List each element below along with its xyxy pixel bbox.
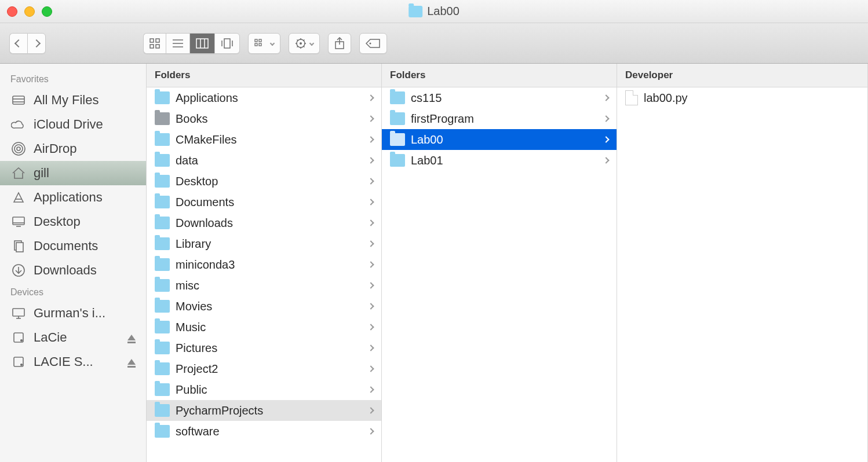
eject-icon[interactable] bbox=[127, 335, 136, 340]
sidebar-item-label: Gurman's i... bbox=[34, 306, 105, 321]
folder-row-books[interactable]: Books bbox=[147, 108, 381, 129]
view-list-button[interactable] bbox=[166, 33, 189, 54]
sidebar-item-gurman-s-i-[interactable]: Gurman's i... bbox=[0, 301, 146, 325]
folder-row-pycharmprojects[interactable]: PycharmProjects bbox=[147, 400, 381, 421]
chevron-right-icon bbox=[603, 157, 609, 163]
chevron-left-icon bbox=[14, 39, 23, 47]
folder-icon bbox=[155, 91, 170, 104]
folder-icon bbox=[155, 279, 170, 292]
disk-icon bbox=[10, 331, 27, 344]
svg-rect-15 bbox=[255, 43, 257, 46]
folder-row-movies[interactable]: Movies bbox=[147, 296, 381, 317]
column-header: Developer bbox=[617, 64, 867, 87]
chevron-right-icon bbox=[367, 344, 374, 351]
folder-row-misc[interactable]: misc bbox=[147, 275, 381, 296]
folder-row-music[interactable]: Music bbox=[147, 317, 381, 338]
svg-rect-13 bbox=[255, 39, 257, 42]
folder-icon bbox=[155, 112, 170, 125]
row-label: Project2 bbox=[176, 362, 218, 376]
share-button[interactable] bbox=[328, 33, 351, 54]
close-window-button[interactable] bbox=[7, 6, 17, 17]
folder-row-cs115[interactable]: cs115 bbox=[382, 87, 617, 108]
sidebar-item-documents[interactable]: Documents bbox=[0, 234, 146, 258]
chevron-right-icon bbox=[367, 428, 374, 434]
cloud-icon bbox=[10, 118, 27, 131]
tags-button[interactable] bbox=[359, 33, 387, 54]
folder-icon bbox=[155, 258, 170, 271]
folder-row-software[interactable]: software bbox=[147, 421, 381, 442]
sidebar-item-desktop[interactable]: Desktop bbox=[0, 210, 146, 234]
row-label: PycharmProjects bbox=[176, 404, 263, 417]
folder-row-data[interactable]: data bbox=[147, 150, 381, 171]
folder-icon bbox=[155, 425, 170, 438]
view-icon-button[interactable] bbox=[143, 33, 166, 54]
applications-icon bbox=[10, 190, 27, 204]
folder-icon bbox=[390, 91, 405, 104]
folder-row-lab01[interactable]: Lab01 bbox=[382, 150, 617, 171]
nav-buttons bbox=[9, 33, 46, 54]
folder-icon bbox=[390, 112, 405, 125]
home-icon bbox=[10, 166, 27, 180]
folder-row-pictures[interactable]: Pictures bbox=[147, 338, 381, 358]
sidebar-item-lacie[interactable]: LaCie bbox=[0, 325, 146, 350]
folder-icon bbox=[155, 383, 170, 396]
folder-row-downloads[interactable]: Downloads bbox=[147, 212, 381, 233]
folder-row-public[interactable]: Public bbox=[147, 379, 381, 400]
svg-rect-14 bbox=[259, 39, 261, 42]
forward-button[interactable] bbox=[27, 33, 46, 54]
svg-point-50 bbox=[21, 364, 23, 366]
chevron-right-icon bbox=[367, 178, 374, 184]
column-1: Folders ApplicationsBooksCMakeFilesdataD… bbox=[147, 64, 382, 462]
sidebar-item-lacie-s-[interactable]: LACIE S... bbox=[0, 350, 146, 374]
folder-icon bbox=[155, 321, 170, 333]
folder-row-documents[interactable]: Documents bbox=[147, 192, 381, 212]
sidebar-heading: Devices bbox=[0, 283, 146, 301]
svg-line-24 bbox=[304, 46, 305, 47]
chevron-right-icon bbox=[367, 157, 374, 163]
folder-icon bbox=[155, 342, 170, 354]
folder-icon bbox=[155, 175, 170, 188]
arrange-button[interactable] bbox=[248, 33, 280, 54]
folder-row-applications[interactable]: Applications bbox=[147, 87, 381, 108]
chevron-right-icon bbox=[367, 94, 374, 101]
file-row-lab00-py[interactable]: lab00.py bbox=[617, 87, 867, 108]
folder-row-lab00[interactable]: Lab00 bbox=[382, 129, 617, 150]
sidebar-item-airdrop[interactable]: AirDrop bbox=[0, 137, 146, 161]
action-button[interactable] bbox=[289, 33, 320, 54]
back-button[interactable] bbox=[9, 33, 27, 54]
minimize-window-button[interactable] bbox=[24, 6, 35, 17]
view-column-button[interactable] bbox=[189, 33, 214, 54]
svg-rect-2 bbox=[150, 45, 154, 48]
sidebar-item-applications[interactable]: Applications bbox=[0, 185, 146, 210]
sidebar-item-downloads[interactable]: Downloads bbox=[0, 258, 146, 283]
row-label: firstProgram bbox=[411, 112, 474, 126]
sidebar-item-icloud-drive[interactable]: iCloud Drive bbox=[0, 112, 146, 137]
folder-icon bbox=[155, 217, 170, 229]
folder-row-miniconda3[interactable]: miniconda3 bbox=[147, 254, 381, 275]
main-content: FavoritesAll My FilesiCloud DriveAirDrop… bbox=[0, 64, 868, 462]
folder-icon bbox=[155, 362, 170, 375]
view-gallery-button[interactable] bbox=[214, 33, 240, 54]
zoom-window-button[interactable] bbox=[42, 6, 52, 17]
chevron-right-icon bbox=[367, 407, 374, 413]
chevron-down-icon bbox=[270, 41, 275, 45]
row-label: Desktop bbox=[176, 175, 218, 188]
folder-row-desktop[interactable]: Desktop bbox=[147, 171, 381, 192]
sidebar-item-gill[interactable]: gill bbox=[0, 161, 146, 185]
svg-point-33 bbox=[17, 147, 20, 151]
column-3: Developer lab00.py bbox=[617, 64, 868, 462]
eject-icon[interactable] bbox=[127, 359, 136, 365]
folder-row-project2[interactable]: Project2 bbox=[147, 358, 381, 379]
chevron-right-icon bbox=[367, 219, 374, 226]
sidebar-item-label: LaCie bbox=[34, 330, 67, 345]
sidebar-item-all-my-files[interactable]: All My Files bbox=[0, 88, 146, 112]
airdrop-icon bbox=[10, 142, 27, 156]
folder-row-cmakefiles[interactable]: CMakeFiles bbox=[147, 129, 381, 150]
all-my-files-icon bbox=[10, 93, 27, 107]
sidebar-item-label: gill bbox=[34, 166, 49, 181]
window-title-text: Lab00 bbox=[427, 5, 459, 18]
folder-row-firstprogram[interactable]: firstProgram bbox=[382, 108, 617, 129]
folder-row-library[interactable]: Library bbox=[147, 233, 381, 254]
folder-icon bbox=[155, 154, 170, 167]
window-title: Lab00 bbox=[409, 5, 459, 18]
